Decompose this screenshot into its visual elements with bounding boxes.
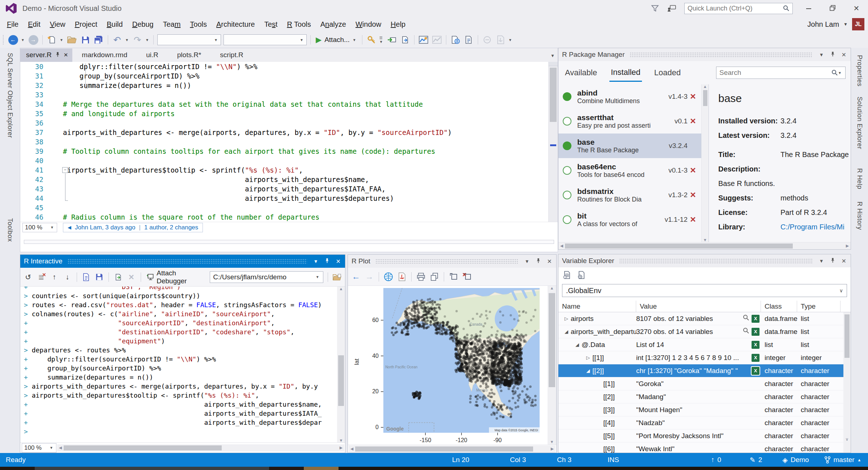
console-line[interactable]: > departures <- routes %>%	[24, 346, 345, 355]
line-number[interactable]: 33	[20, 90, 52, 99]
uninstall-package-icon[interactable]: ✕	[688, 215, 698, 224]
code-line[interactable]: 45	[20, 203, 558, 212]
key-icon[interactable]	[366, 34, 377, 45]
new-file-button[interactable]	[46, 34, 57, 45]
package-search-input[interactable]	[719, 69, 831, 77]
restore-button[interactable]	[825, 4, 841, 13]
magnifier-icon[interactable]	[743, 325, 749, 338]
configuration-combo[interactable]: ▼	[157, 34, 221, 45]
console-zoom-combo[interactable]: 100 %▼	[22, 443, 56, 453]
uninstall-package-icon[interactable]: ✕	[688, 92, 698, 101]
line-number[interactable]: 39	[20, 147, 52, 156]
code-line[interactable]: 38	[20, 137, 558, 147]
line-number[interactable]: 31	[20, 71, 52, 81]
console-line[interactable]: > colnames(routes) <- c("airline", "airl…	[24, 309, 345, 318]
publish-doc-icon[interactable]	[463, 34, 474, 45]
menu-edit[interactable]: Edit	[23, 18, 45, 31]
environment-combo[interactable]: .GlobalEnv ∨	[562, 284, 847, 297]
close-icon[interactable]: ✕	[335, 258, 342, 265]
plot-horizontal-scrollbar[interactable]: ◀▶	[349, 445, 556, 453]
export-pdf-icon[interactable]	[397, 272, 407, 282]
working-directory-combo[interactable]: C:/Users/jflam/src/demo▼	[210, 271, 323, 283]
minimize-button[interactable]	[801, 4, 817, 13]
editor-zoom-combo[interactable]: 100 %▼	[22, 223, 57, 232]
uninstall-package-icon[interactable]: ✕	[688, 166, 698, 175]
close-icon[interactable]: ✕	[840, 258, 848, 264]
code-line[interactable]: 40	[20, 156, 558, 165]
code-line[interactable]: 34# Merge the departures data set with t…	[20, 99, 558, 109]
variable-row[interactable]: [[5]]"Port Moresby Jacksons Intl"charact…	[558, 429, 851, 443]
sidebar-tab-sql-server-object-explorer[interactable]: SQL Server Object Explorer	[5, 51, 14, 140]
scrollbar-thumb[interactable]	[550, 68, 557, 122]
menu-debug[interactable]: Debug	[127, 18, 158, 31]
fold-margin[interactable]	[52, 147, 63, 156]
send-to-r-icon[interactable]	[386, 34, 397, 45]
line-number[interactable]: 46	[20, 212, 52, 222]
package-item-bit[interactable]: bitA class for vectors ofv1.1-12✕	[558, 207, 701, 232]
load-workspace-icon[interactable]	[81, 272, 91, 282]
pin-icon[interactable]	[829, 258, 837, 264]
expander-icon[interactable]: ◢	[573, 338, 582, 351]
fold-margin[interactable]	[52, 184, 63, 194]
fold-margin[interactable]	[52, 118, 63, 128]
column-name[interactable]: Name	[558, 301, 636, 312]
window-position-icon[interactable]: ▼	[818, 52, 825, 58]
close-icon[interactable]: ✕	[546, 258, 553, 265]
search-icon[interactable]	[783, 5, 790, 12]
menu-analyze[interactable]: Analyze	[316, 18, 351, 31]
line-number[interactable]: 37	[20, 128, 52, 137]
r-package-manager-header[interactable]: R Package Manager ▼ ✕	[558, 48, 851, 61]
line-number[interactable]: 36	[20, 118, 52, 128]
console-line[interactable]: + "sourceAirportID", "destinationAirport…	[24, 318, 345, 327]
save-button[interactable]	[80, 34, 91, 45]
variable-row[interactable]: ◢airports_with_departures3270 obs. of 14…	[558, 325, 851, 338]
redo-button[interactable]: ↷	[132, 34, 143, 45]
publish-web-icon[interactable]	[450, 34, 461, 45]
magnifier-icon[interactable]	[743, 312, 749, 325]
toolbar-overflow[interactable]: ▼	[509, 38, 513, 42]
console-line[interactable]: + group_by(sourceAirportID) %>%	[24, 364, 345, 373]
menu-architecture[interactable]: Architecture	[212, 18, 260, 31]
attach-button[interactable]: ▶ Attach... ▼	[314, 35, 358, 44]
import-dataset-icon[interactable]	[562, 270, 572, 280]
tab-overflow-icon[interactable]: ▼	[550, 53, 555, 58]
fold-margin[interactable]	[52, 212, 63, 222]
console-line[interactable]: + airports_with_departures$IATA_	[24, 409, 345, 418]
line-number[interactable]: 38	[20, 137, 52, 147]
line-number[interactable]: 32	[20, 81, 52, 90]
console-line[interactable]: + "destinationAirportID", "codeshare", "…	[24, 327, 345, 336]
quick-launch-box[interactable]	[684, 3, 793, 14]
variable-row[interactable]: ◢@.DataList of 14Xlistlist	[558, 338, 851, 351]
undo-dropdown[interactable]: ▼	[125, 38, 129, 42]
plot-vertical-scrollbar[interactable]: ▲ ▼	[548, 286, 556, 445]
avatar[interactable]: JL	[852, 18, 864, 30]
interrupt-r-icon[interactable]: ✕	[126, 272, 136, 282]
console-vertical-scrollbar[interactable]: ▲ ▼	[337, 287, 345, 443]
code-line[interactable]: 32 summarize(departures = n())	[20, 81, 558, 90]
variable-row[interactable]: [[4]]"Nadzab"charactercharacter	[558, 416, 851, 429]
package-item-assertthat[interactable]: assertthatEasy pre and post assertiv0.1✕	[558, 109, 701, 134]
attach-debugger-button[interactable]: Attach Debugger	[145, 269, 207, 285]
fold-margin[interactable]	[52, 137, 63, 147]
sidebar-tab-r-history[interactable]: R History	[855, 199, 864, 232]
close-button[interactable]: ✕	[848, 4, 864, 13]
fold-margin[interactable]	[52, 203, 63, 212]
package-item-base64enc[interactable]: base64encTools for base64 encodv0.1-3✕	[558, 158, 701, 183]
menu-project[interactable]: Project	[70, 18, 102, 31]
select-working-directory-icon[interactable]	[332, 272, 342, 282]
feedback-filter-icon[interactable]	[651, 4, 659, 12]
console-line[interactable]: > routes <- read.csv("routes.dat", heade…	[24, 300, 345, 309]
menu-tools[interactable]: Tools	[185, 18, 212, 31]
navigate-back-dropdown[interactable]: ▼	[21, 38, 25, 42]
new-window-icon[interactable]	[400, 34, 410, 45]
scrollbar-thumb[interactable]	[338, 355, 344, 406]
menu-build[interactable]: Build	[102, 18, 127, 31]
column-value[interactable]: Value	[636, 301, 761, 312]
save-all-button[interactable]	[93, 34, 104, 45]
console-line[interactable]: > countries <- sort(unique(airports$coun…	[24, 291, 345, 300]
expander-icon[interactable]: ▷	[562, 312, 571, 325]
variable-row[interactable]: ▷[[1]]int [1:3270] 1 2 3 4 5 6 7 8 9 10 …	[558, 351, 851, 364]
scrollbar-thumb[interactable]	[549, 293, 555, 387]
console-line[interactable]: + summarize(departures = n())	[24, 373, 345, 382]
code-line[interactable]: 36	[20, 118, 558, 128]
